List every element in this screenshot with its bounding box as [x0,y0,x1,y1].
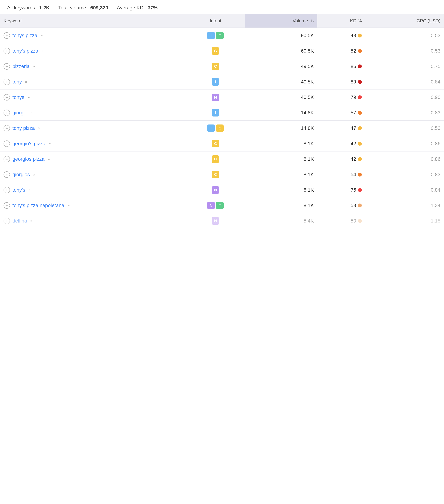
table-row: + tony's pizza » C60.5K 52 0.53 [0,43,444,59]
volume-cell-10: 8.1K [245,182,317,198]
add-keyword-button[interactable]: + [3,32,10,39]
kd-cell-1: 52 [317,43,365,59]
cpc-cell-4: 0.90 [365,90,444,105]
chevrons-icon: » [33,172,35,177]
intent-cell-7: C [186,136,245,151]
kd-value: 53 [351,203,356,208]
add-keyword-button[interactable]: + [3,171,10,178]
kd-value: 42 [351,141,356,146]
keyword-link[interactable]: pizzeria [12,64,30,69]
keyword-cell-9: + giorgios » [0,167,186,182]
kd-dot [358,142,362,146]
keyword-link[interactable]: giorgio [12,110,27,116]
add-keyword-button[interactable]: + [3,202,10,209]
avg-kd-label: Average KD: 37% [117,5,158,11]
sort-icon: ⇅ [311,19,314,23]
volume-cell-5: 14.8K [245,105,317,121]
volume-cell-11: 8.1K [245,198,317,213]
table-row: + tony » I40.5K 89 0.84 [0,74,444,90]
cpc-cell-11: 1.34 [365,198,444,213]
add-keyword-button[interactable]: + [3,63,10,70]
cpc-cell-10: 0.84 [365,182,444,198]
kd-value: 50 [351,218,356,224]
table-row: + tony pizza » IC14.8K 47 0.53 [0,121,444,136]
kd-dot [358,49,362,53]
keyword-link[interactable]: tonys pizza [12,33,37,38]
chevrons-icon: » [48,157,50,162]
volume-cell-12: 5.4K [245,213,317,229]
intent-badge-C: C [216,125,224,132]
add-keyword-button[interactable]: + [3,94,10,101]
col-keyword: Keyword [0,14,186,28]
kd-dot [358,34,362,37]
kd-dot [358,219,362,223]
keyword-cell-0: + tonys pizza » [0,28,186,43]
intent-cell-3: I [186,74,245,90]
col-kd: KD % [317,14,365,28]
add-keyword-button[interactable]: + [3,125,10,131]
add-keyword-button[interactable]: + [3,109,10,116]
add-keyword-button[interactable]: + [3,156,10,162]
add-keyword-button[interactable]: + [3,187,10,193]
kd-cell-9: 54 [317,167,365,182]
kd-cell-8: 42 [317,151,365,167]
intent-cell-11: NT [186,198,245,213]
intent-badge-N: N [212,94,219,101]
keyword-link[interactable]: delfina [12,218,27,224]
keyword-link[interactable]: georgio's pizza [12,141,45,146]
add-keyword-button[interactable]: + [3,141,10,147]
kd-cell-6: 47 [317,121,365,136]
total-volume-value: 609,320 [90,5,108,10]
intent-cell-8: C [186,151,245,167]
keyword-link[interactable]: tony's pizza [12,48,38,54]
add-keyword-button[interactable]: + [3,218,10,224]
avg-kd-value: 37% [148,5,158,10]
keyword-link[interactable]: tony's pizza napoletana [12,203,64,208]
keyword-link[interactable]: tony's [12,187,25,193]
table-row: + georgios pizza » C8.1K 42 0.86 [0,151,444,167]
chevrons-icon: » [28,95,30,100]
intent-badge-I: I [212,78,219,86]
table-row: + giorgio » I14.8K 57 0.83 [0,105,444,121]
keyword-link[interactable]: tony pizza [12,125,35,131]
kd-cell-10: 75 [317,182,365,198]
intent-badge-C: C [212,47,219,55]
intent-badge-N: N [212,217,219,225]
cpc-cell-5: 0.83 [365,105,444,121]
keyword-link[interactable]: georgios pizza [12,156,45,162]
cpc-cell-2: 0.75 [365,59,444,74]
cpc-cell-9: 0.83 [365,167,444,182]
add-keyword-button[interactable]: + [3,48,10,54]
kd-value: 79 [351,94,356,100]
cpc-cell-0: 0.53 [365,28,444,43]
kd-dot [358,95,362,99]
intent-badge-N: N [212,186,219,194]
keyword-link[interactable]: tonys [12,94,24,100]
kd-value: 42 [351,156,356,162]
col-volume[interactable]: Volume ⇅ [245,14,317,28]
kd-dot [358,157,362,161]
kd-value: 49 [351,33,356,38]
keyword-link[interactable]: tony [12,79,22,85]
keyword-cell-5: + giorgio » [0,105,186,121]
col-cpc: CPC (USD) [365,14,444,28]
cpc-cell-7: 0.86 [365,136,444,151]
keyword-cell-6: + tony pizza » [0,121,186,136]
total-volume-label: Total volume: 609,320 [58,5,108,11]
chevrons-icon: » [28,188,31,192]
add-keyword-button[interactable]: + [3,79,10,85]
intent-badge-T: T [216,32,224,39]
table-row: + pizzeria » C49.5K 86 0.75 [0,59,444,74]
keyword-cell-8: + georgios pizza » [0,151,186,167]
kd-dot [358,173,362,177]
summary-bar: All keywords: 1.2K Total volume: 609,320… [0,0,444,14]
keyword-link[interactable]: giorgios [12,172,30,178]
intent-cell-0: IT [186,28,245,43]
kd-dot [358,188,362,192]
volume-cell-3: 40.5K [245,74,317,90]
chevrons-icon: » [33,64,35,69]
keyword-cell-2: + pizzeria » [0,59,186,74]
kd-value: 57 [351,110,356,116]
kd-cell-3: 89 [317,74,365,90]
volume-cell-4: 40.5K [245,90,317,105]
